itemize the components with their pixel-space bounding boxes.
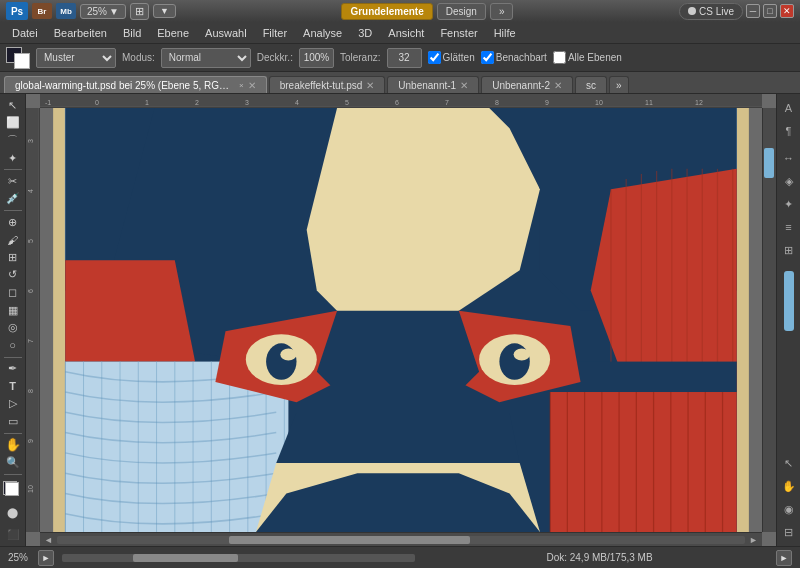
vertical-scrollbar[interactable] <box>762 108 776 532</box>
scroll-left-btn[interactable]: ◄ <box>44 535 53 545</box>
workspace-grundelemente[interactable]: Grundelemente <box>341 3 432 20</box>
panel-btn-menu[interactable]: ≡ <box>779 217 799 237</box>
panel-btn-extra1[interactable]: ◉ <box>779 499 799 519</box>
modus-select[interactable]: Normal <box>161 48 251 68</box>
tool-brush[interactable]: 🖌 <box>2 232 24 249</box>
panel-btn-hand2[interactable]: ✋ <box>779 476 799 496</box>
arrange-btn[interactable]: ▼ <box>153 4 176 18</box>
menu-auswahl[interactable]: Auswahl <box>197 25 255 41</box>
tab-close-2[interactable]: ✕ <box>460 80 468 91</box>
svg-point-98 <box>499 343 529 380</box>
tool-eraser[interactable]: ◻ <box>2 284 24 301</box>
tool-healing[interactable]: ⊕ <box>2 214 24 231</box>
tool-history-brush[interactable]: ↺ <box>2 267 24 284</box>
menu-ansicht[interactable]: Ansicht <box>380 25 432 41</box>
glaetten-checkbox[interactable] <box>428 51 441 64</box>
tool-type[interactable]: T <box>2 378 24 395</box>
scroll-right-btn[interactable]: ► <box>749 535 758 545</box>
mode-icons: ⬤ <box>2 501 24 523</box>
panel-btn-para[interactable]: ¶ <box>779 121 799 141</box>
menu-fenster[interactable]: Fenster <box>432 25 485 41</box>
tab-close-3[interactable]: ✕ <box>554 80 562 91</box>
tool-pen[interactable]: ✒ <box>2 360 24 377</box>
tool-eyedropper[interactable]: 💉 <box>2 191 24 208</box>
tool-gradient[interactable]: ▦ <box>2 302 24 319</box>
mb-icon[interactable]: Mb <box>56 3 76 19</box>
tab-close-0[interactable]: ✕ <box>248 80 256 91</box>
menu-analyse[interactable]: Analyse <box>295 25 350 41</box>
benachbart-label[interactable]: Benachbart <box>481 51 547 64</box>
zoom-control[interactable]: 25% ▼ <box>80 4 126 19</box>
panel-btn-fx[interactable]: ✦ <box>779 194 799 214</box>
tool-shape[interactable]: ▭ <box>2 413 24 430</box>
tool-crop[interactable]: ✂ <box>2 173 24 190</box>
view-options[interactable]: ⊞ <box>130 3 149 20</box>
close-button[interactable]: ✕ <box>780 4 794 18</box>
panel-btn-a[interactable]: A <box>779 98 799 118</box>
toleranz-input[interactable] <box>387 48 422 68</box>
svg-rect-26 <box>737 108 749 532</box>
svg-text:6: 6 <box>395 99 399 106</box>
maximize-button[interactable]: □ <box>763 4 777 18</box>
alle-ebenen-label[interactable]: Alle Ebenen <box>553 51 622 64</box>
minimize-button[interactable]: ─ <box>746 4 760 18</box>
tool-lasso[interactable]: ⌒ <box>2 132 24 149</box>
glaetten-label[interactable]: Glätten <box>428 51 475 64</box>
tool-zoom[interactable]: 🔍 <box>2 454 24 471</box>
panel-btn-extra2[interactable]: ⊟ <box>779 522 799 542</box>
canvas-container: -1 0 1 2 3 4 5 6 7 8 9 10 11 12 3 4 <box>26 94 776 546</box>
tool-blur[interactable]: ◎ <box>2 319 24 336</box>
tab-unbenannt2[interactable]: Unbenannt-2 ✕ <box>481 76 573 93</box>
menu-filter[interactable]: Filter <box>255 25 295 41</box>
workspace-design[interactable]: Design <box>437 3 486 20</box>
benachbart-checkbox[interactable] <box>481 51 494 64</box>
vscroll-thumb[interactable] <box>764 148 774 178</box>
tab-breakeffekt[interactable]: breakeffekt-tut.psd ✕ <box>269 76 386 93</box>
deckkr-input[interactable] <box>299 48 334 68</box>
menu-3d[interactable]: 3D <box>350 25 380 41</box>
panel-btn-layers[interactable]: ◈ <box>779 171 799 191</box>
menu-bild[interactable]: Bild <box>115 25 149 41</box>
menu-ebene[interactable]: Ebene <box>149 25 197 41</box>
tool-clone[interactable]: ⊞ <box>2 249 24 266</box>
tab-global-warming[interactable]: global-warming-tut.psd bei 25% (Ebene 5,… <box>4 76 267 93</box>
alle-ebenen-checkbox[interactable] <box>553 51 566 64</box>
menu-hilfe[interactable]: Hilfe <box>486 25 524 41</box>
hscroll-thumb[interactable] <box>229 536 470 544</box>
tool-dodge[interactable]: ○ <box>2 337 24 354</box>
main-bg-swatch <box>5 482 19 496</box>
svg-text:9: 9 <box>27 439 34 443</box>
tabs-more[interactable]: » <box>609 76 629 93</box>
svg-text:5: 5 <box>345 99 349 106</box>
canvas-inner <box>40 108 762 532</box>
status-play-btn[interactable]: ► <box>38 550 54 566</box>
svg-text:4: 4 <box>27 189 34 193</box>
options-swatch[interactable] <box>6 47 30 69</box>
tool-magic-wand[interactable]: ✦ <box>2 150 24 167</box>
menu-datei[interactable]: Datei <box>4 25 46 41</box>
tool-path-select[interactable]: ▷ <box>2 396 24 413</box>
main-color-swatch[interactable] <box>3 481 23 496</box>
cs-live-button[interactable]: CS Live <box>679 3 743 20</box>
tool-hand[interactable]: ✋ <box>2 436 24 453</box>
tab-sc[interactable]: sc <box>575 76 607 93</box>
panel-btn-cursor[interactable]: ↖ <box>779 453 799 473</box>
muster-select[interactable]: Muster <box>36 48 116 68</box>
horizontal-scrollbar[interactable]: ◄ ► <box>40 532 762 546</box>
br-icon[interactable]: Br <box>32 3 52 19</box>
screen-mode-btn[interactable]: ⬛ <box>2 526 24 543</box>
panel-btn-arrow[interactable]: ↔ <box>779 148 799 168</box>
status-scroll-thumb[interactable] <box>133 554 239 562</box>
panel-btn-grid[interactable]: ⊞ <box>779 240 799 260</box>
tool-sep-5 <box>4 474 22 475</box>
right-vscroll[interactable] <box>784 271 794 331</box>
quick-mask-btn[interactable]: ⬤ <box>2 501 24 523</box>
workspace-more[interactable]: » <box>490 3 514 20</box>
tool-move[interactable]: ↖ <box>2 97 24 114</box>
tool-marquee[interactable]: ⬜ <box>2 115 24 132</box>
tab-unbenannt1[interactable]: Unbenannt-1 ✕ <box>387 76 479 93</box>
status-next-btn[interactable]: ► <box>776 550 792 566</box>
tab-close-1[interactable]: ✕ <box>366 80 374 91</box>
doc-info: Dok: 24,9 MB/175,3 MB <box>423 552 776 563</box>
menu-bearbeiten[interactable]: Bearbeiten <box>46 25 115 41</box>
